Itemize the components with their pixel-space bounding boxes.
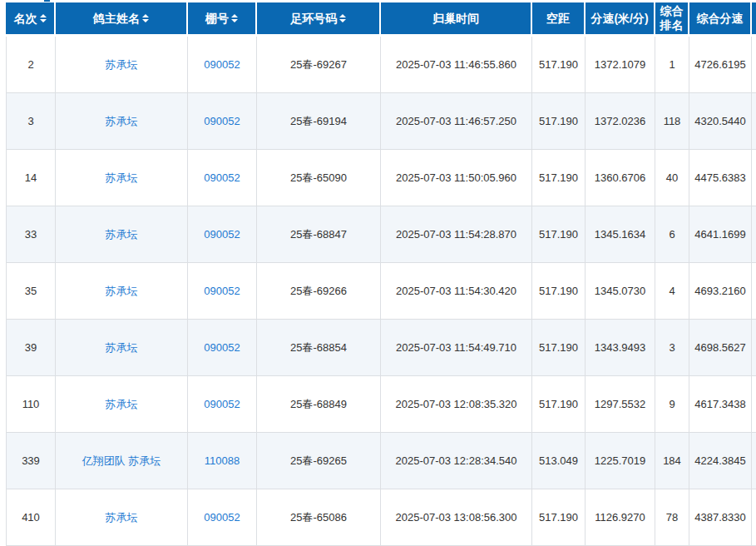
- sort-icon: [339, 14, 346, 22]
- distance-cell: 517.190: [532, 376, 586, 433]
- owner-link[interactable]: 亿翔团队 苏承坛: [82, 454, 161, 467]
- distance-cell: 517.190: [532, 93, 586, 150]
- loft-link[interactable]: 090052: [204, 58, 240, 71]
- loft-cell: 090052: [188, 150, 257, 206]
- loft-cell: 090052: [188, 489, 257, 546]
- speed-cell: 1343.9493: [586, 320, 655, 376]
- owner-cell: 苏承坛: [56, 263, 188, 320]
- overall-speed-cell: 4617.3438: [689, 376, 752, 433]
- speed-cell: 1126.9270: [586, 489, 655, 546]
- distance-cell: 517.190: [532, 263, 586, 320]
- overall-rank-cell: 118: [655, 93, 689, 150]
- overall-rank-cell: 6: [655, 206, 689, 263]
- ring-cell: 25春-69266: [257, 263, 381, 320]
- owner-cell: 苏承坛: [56, 93, 188, 150]
- ring-cell: 25春-68854: [257, 320, 381, 376]
- overall-rank-cell: 40: [655, 150, 689, 206]
- speed-cell: 1372.1079: [586, 37, 655, 93]
- owner-cell: 苏承坛: [56, 37, 188, 93]
- overall-speed-cell: 4475.6383: [689, 150, 752, 206]
- table-row: 2 苏承坛 090052 25春-69267 2025-07-03 11:46:…: [6, 37, 756, 93]
- owner-cell: 苏承坛: [56, 320, 188, 376]
- sort-icon: [142, 14, 149, 22]
- overall-rank-cell: 1: [655, 37, 689, 93]
- sort-icon: [40, 14, 47, 22]
- overall-rank-cell: 78: [655, 489, 689, 546]
- distance-cell: 517.190: [532, 150, 586, 206]
- speed-cell: 1225.7019: [586, 433, 655, 489]
- filler-cell: [752, 376, 756, 433]
- distance-cell: 517.190: [532, 206, 586, 263]
- table-row: 410 苏承坛 090052 25春-65086 2025-07-03 13:0…: [6, 489, 756, 546]
- loft-cell: 090052: [188, 37, 257, 93]
- distance-cell: 517.190: [532, 37, 586, 93]
- filler-cell: [752, 206, 756, 263]
- overall-speed-cell: 4641.1699: [689, 206, 752, 263]
- loft-link[interactable]: 110088: [205, 454, 240, 467]
- owner-cell: 苏承坛: [56, 206, 188, 263]
- overall-rank-cell: 9: [655, 376, 689, 433]
- owner-cell: 苏承坛: [56, 376, 188, 433]
- speed-cell: 1345.0730: [586, 263, 655, 320]
- rank-cell: 110: [6, 376, 56, 433]
- rank-cell: 33: [6, 206, 56, 263]
- ring-cell: 25春-68847: [257, 206, 381, 263]
- distance-cell: 513.049: [532, 433, 586, 489]
- column-label: 综合分速: [697, 12, 744, 25]
- column-header-filler: [752, 2, 756, 37]
- overall-rank-cell: 184: [655, 433, 689, 489]
- time-cell: 2025-07-03 11:54:49.710: [381, 320, 532, 376]
- table-row: 35 苏承坛 090052 25春-69266 2025-07-03 11:54…: [6, 263, 756, 320]
- table-row: 39 苏承坛 090052 25春-68854 2025-07-03 11:54…: [6, 320, 756, 376]
- column-header-rank[interactable]: 名次: [6, 2, 56, 37]
- column-label: 名次: [14, 12, 37, 26]
- rank-cell: 14: [6, 150, 56, 206]
- owner-link[interactable]: 苏承坛: [106, 285, 138, 297]
- loft-link[interactable]: 090052: [204, 171, 240, 184]
- rank-cell: 35: [6, 263, 56, 320]
- rank-cell: 410: [6, 489, 56, 546]
- column-label: 综合排名: [660, 4, 684, 32]
- overall-speed-cell: 4698.5627: [689, 320, 752, 376]
- filler-cell: [752, 489, 756, 546]
- table-row: 3 苏承坛 090052 25春-69194 2025-07-03 11:46:…: [6, 93, 756, 150]
- owner-link[interactable]: 苏承坛: [106, 228, 138, 241]
- owner-link[interactable]: 苏承坛: [106, 171, 138, 184]
- loft-link[interactable]: 090052: [204, 228, 240, 241]
- time-cell: 2025-07-03 11:50:05.960: [381, 150, 532, 206]
- time-cell: 2025-07-03 11:54:28.870: [381, 206, 532, 263]
- rank-cell: 3: [6, 93, 56, 150]
- speed-cell: 1345.1634: [586, 206, 655, 263]
- column-label: 足环号码: [290, 12, 337, 26]
- filler-cell: [752, 150, 756, 206]
- time-cell: 2025-07-03 11:46:57.250: [381, 93, 532, 150]
- owner-link[interactable]: 苏承坛: [106, 398, 138, 410]
- column-header-overall-speed: 综合分速: [689, 2, 752, 37]
- loft-cell: 090052: [188, 376, 257, 433]
- loft-link[interactable]: 090052: [204, 511, 240, 524]
- owner-link[interactable]: 苏承坛: [106, 341, 138, 354]
- overall-speed-cell: 4224.3845: [689, 433, 752, 489]
- overall-speed-cell: 4726.6195: [689, 37, 752, 93]
- column-header-owner[interactable]: 鸽主姓名: [56, 2, 188, 37]
- column-label: 鸽主姓名: [93, 12, 140, 26]
- results-table-container: 名次 鸽主姓名 棚号 足环号码 归巢时间 空距 分速(米/分) 综合排名 综合分…: [6, 2, 756, 546]
- speed-cell: 1372.0236: [586, 93, 655, 150]
- loft-link[interactable]: 090052: [204, 115, 240, 127]
- column-header-ring[interactable]: 足环号码: [257, 2, 381, 37]
- time-cell: 2025-07-03 12:28:34.540: [381, 433, 532, 489]
- owner-link[interactable]: 苏承坛: [106, 511, 138, 524]
- ring-cell: 25春-69194: [257, 93, 381, 150]
- filler-cell: [752, 433, 756, 489]
- table-row: 339 亿翔团队 苏承坛 110088 25春-69265 2025-07-03…: [6, 433, 756, 489]
- owner-cell: 亿翔团队 苏承坛: [56, 433, 188, 489]
- loft-link[interactable]: 090052: [204, 398, 240, 410]
- owner-link[interactable]: 苏承坛: [106, 115, 138, 127]
- owner-link[interactable]: 苏承坛: [106, 58, 138, 71]
- filler-cell: [752, 93, 756, 150]
- ring-cell: 25春-68849: [257, 376, 381, 433]
- column-header-loft[interactable]: 棚号: [188, 2, 257, 37]
- speed-cell: 1297.5532: [586, 376, 655, 433]
- loft-link[interactable]: 090052: [204, 341, 240, 354]
- loft-link[interactable]: 090052: [204, 285, 240, 297]
